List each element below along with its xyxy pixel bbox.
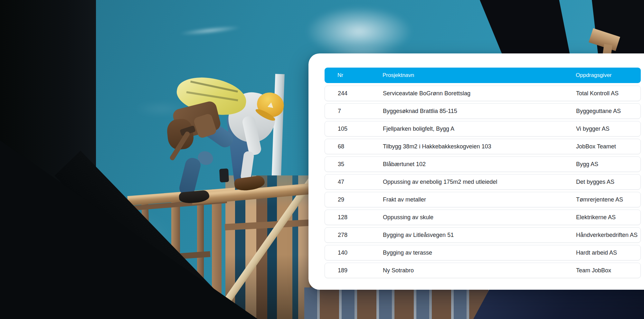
column-header-name: Prosjektnavn [383, 72, 576, 79]
dark-shadow-corner [473, 287, 644, 319]
construction-worker [167, 75, 296, 213]
cell-name: Ny Sotrabro [383, 267, 576, 274]
dark-beam-top-right [480, 0, 570, 55]
cell-nr: 244 [325, 90, 383, 97]
table-row[interactable]: 244 Serviceavtale BoGrønn Borettslag Tot… [325, 86, 641, 101]
cell-client: Vi bygger AS [576, 126, 640, 132]
cell-nr: 140 [325, 249, 383, 256]
cell-name: Bygging av terasse [383, 249, 576, 256]
cell-name: Byggesøknad Brattlia 85-115 [383, 108, 576, 115]
cell-nr: 35 [325, 161, 383, 168]
table-row[interactable]: 128 Oppussing av skule Elektrikerne AS [325, 210, 641, 225]
cell-client: Team JobBox [576, 267, 640, 274]
table-header-row: Nr Prosjektnavn Oppdragsgiver [325, 68, 641, 83]
cell-client: Håndverkerbedriften AS [576, 232, 640, 239]
hero-section: Nr Prosjektnavn Oppdragsgiver 244 Servic… [0, 0, 644, 319]
cell-client: Hardt arbeid AS [576, 249, 640, 256]
dark-beam-top-right [592, 0, 644, 55]
cell-client: JobBox Teamet [576, 143, 640, 150]
cell-nr: 47 [325, 179, 383, 185]
table-row[interactable]: 140 Bygging av terasse Hardt arbeid AS [325, 245, 641, 260]
cell-client: Bygg AS [576, 161, 640, 168]
cell-client: Byggeguttane AS [576, 108, 640, 115]
cell-name: Serviceavtale BoGrønn Borettslag [383, 90, 576, 97]
table-body: 244 Serviceavtale BoGrønn Borettslag Tot… [325, 86, 641, 278]
cell-client: Det bygges AS [576, 179, 640, 185]
cell-nr: 128 [325, 214, 383, 221]
table-row[interactable]: 68 Tilbygg 38m2 i Hakkebakkeskogveien 10… [325, 139, 641, 154]
cell-name: Oppussing av skule [383, 214, 576, 221]
cell-name: Fjellparken boligfelt, Bygg A [383, 126, 576, 132]
column-header-client: Oppdragsgiver [576, 72, 641, 79]
cell-nr: 7 [325, 108, 383, 115]
cell-name: Frakt av metaller [383, 196, 576, 203]
table-row[interactable]: 7 Byggesøknad Brattlia 85-115 Byggegutta… [325, 103, 641, 119]
table-row[interactable]: 47 Oppussing av enebolig 175m2 med utlei… [325, 174, 641, 190]
column-header-nr: Nr [325, 72, 383, 79]
cell-client: Elektrikerne AS [576, 214, 640, 221]
table-row[interactable]: 105 Fjellparken boligfelt, Bygg A Vi byg… [325, 121, 641, 136]
worker-left-boot [179, 190, 210, 204]
stud-wall-bottom [304, 287, 489, 319]
cell-name: Oppussing av enebolig 175m2 med utleiede… [383, 179, 576, 185]
cell-client: Tømrerjentene AS [576, 196, 640, 203]
table-row[interactable]: 189 Ny Sotrabro Team JobBox [325, 263, 641, 278]
cloud [179, 24, 242, 37]
projects-table-card: Nr Prosjektnavn Oppdragsgiver 244 Servic… [308, 53, 644, 290]
cell-nr: 105 [325, 126, 383, 132]
cell-nr: 29 [325, 196, 383, 203]
worker-tool [219, 168, 229, 182]
cell-name: Bygging av Litleåsvegen 51 [383, 232, 576, 239]
cell-nr: 68 [325, 143, 383, 150]
table-row[interactable]: 278 Bygging av Litleåsvegen 51 Håndverke… [325, 227, 641, 243]
cell-name: Blåbærtunet 102 [383, 161, 576, 168]
cell-nr: 189 [325, 267, 383, 274]
cell-nr: 278 [325, 232, 383, 239]
table-row[interactable]: 35 Blåbærtunet 102 Bygg AS [325, 156, 641, 172]
cell-name: Tilbygg 38m2 i Hakkebakkeskogveien 103 [383, 143, 576, 150]
table-row[interactable]: 29 Frakt av metaller Tømrerjentene AS [325, 192, 641, 207]
cell-client: Total Kontroll AS [576, 90, 640, 97]
